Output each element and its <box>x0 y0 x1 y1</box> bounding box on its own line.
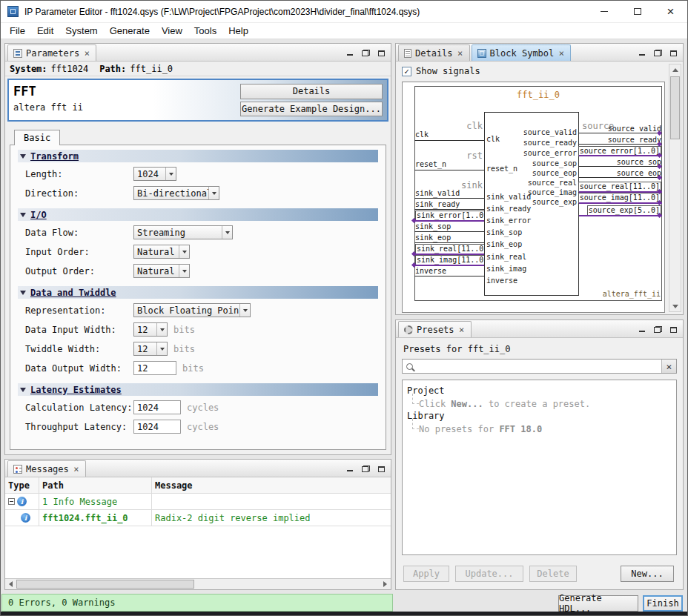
close-window-button[interactable] <box>654 1 687 22</box>
scrollbar-thumb[interactable] <box>16 580 194 589</box>
data-input-width-select[interactable]: 12 <box>133 322 168 337</box>
input-order-select[interactable]: Natural <box>133 245 190 259</box>
clear-search-button[interactable] <box>661 360 676 373</box>
update-button[interactable]: Update... <box>455 566 523 582</box>
tab-block-symbol[interactable]: Block Symbol <box>472 44 572 61</box>
section-header-transform[interactable]: Transform <box>18 150 378 162</box>
close-tab-icon[interactable] <box>458 325 466 335</box>
float-panel-button[interactable] <box>651 324 664 335</box>
taskbar-edge <box>1 612 687 615</box>
vertical-scrollbar[interactable] <box>669 64 681 312</box>
scroll-right-button[interactable] <box>380 579 391 589</box>
scroll-up-button[interactable] <box>669 64 681 75</box>
maximize-panel-button[interactable] <box>374 47 388 59</box>
section-header-latency[interactable]: Latency Estimates <box>18 383 378 396</box>
port-label: source_ready <box>514 139 577 148</box>
new-button[interactable]: New... <box>621 566 674 582</box>
menu-generate[interactable]: Generate <box>104 24 156 38</box>
maximize-panel-button[interactable] <box>666 47 680 59</box>
twiddle-width-select[interactable]: 12 <box>133 342 168 356</box>
parameters-panel: Parameters System: fft1024 Path: fft_ii_… <box>4 43 391 455</box>
direction-select[interactable]: Bi-directional <box>133 186 219 200</box>
data-output-width-input[interactable] <box>133 361 176 375</box>
scrollbar-thumb[interactable] <box>670 76 680 139</box>
close-tab-icon[interactable] <box>83 48 90 59</box>
signal-wire <box>579 144 662 145</box>
float-panel-button[interactable] <box>359 463 372 474</box>
maximize-panel-button[interactable] <box>666 324 680 335</box>
float-icon <box>654 326 662 333</box>
menu-file[interactable]: File <box>4 24 31 38</box>
maximize-panel-button[interactable] <box>374 463 388 474</box>
signal-label: sink_error[1..0] <box>415 211 489 221</box>
menu-help[interactable]: Help <box>222 24 254 38</box>
finish-button[interactable]: Finish <box>643 595 683 612</box>
section-latency: Latency Estimates Calculation Latency: c… <box>18 383 378 434</box>
group-label: 1 Info Message <box>39 494 152 509</box>
minimize-window-button[interactable] <box>587 1 621 22</box>
generate-hdl-button[interactable]: Generate HDL... <box>558 595 638 612</box>
show-signals-label: Show signals <box>416 66 480 76</box>
menu-tools[interactable]: Tools <box>188 24 222 38</box>
output-order-select[interactable]: Natural <box>133 264 190 278</box>
path-label: Path: <box>99 64 126 74</box>
menu-system[interactable]: System <box>59 24 103 38</box>
menu-edit[interactable]: Edit <box>31 24 59 38</box>
column-message[interactable]: Message <box>152 477 391 493</box>
signal-label: source_imag[11..0] <box>578 193 661 203</box>
float-panel-button[interactable] <box>651 47 664 59</box>
port-label: sink_real <box>486 253 526 262</box>
collapse-toggle-icon[interactable] <box>8 498 15 505</box>
message-group-row[interactable]: 1 Info Message <box>5 494 391 510</box>
close-tab-icon[interactable] <box>73 464 80 474</box>
signal-wire <box>414 140 484 141</box>
preset-search-field[interactable] <box>402 359 677 374</box>
generate-example-design-button[interactable]: Generate Example Design... <box>240 102 383 117</box>
signal-wire <box>414 254 484 255</box>
tab-presets[interactable]: Presets <box>398 321 472 337</box>
float-panel-button[interactable] <box>359 47 372 59</box>
calculation-latency-input[interactable] <box>133 400 181 414</box>
column-type[interactable]: Type <box>5 477 39 493</box>
message-row[interactable]: fft1024.fft_ii_0 Radix-2 digit reverse i… <box>5 510 391 526</box>
close-tab-icon[interactable] <box>558 48 565 59</box>
column-path[interactable]: Path <box>39 477 152 493</box>
panel-window-buttons <box>343 463 391 477</box>
throughput-latency-input[interactable] <box>133 420 181 434</box>
form-row: Data Flow: Streaming <box>18 225 378 240</box>
minimize-panel-button[interactable] <box>343 47 357 59</box>
section-header-io[interactable]: I/O <box>18 208 378 221</box>
details-button[interactable]: Details <box>240 84 383 99</box>
minimize-panel-button[interactable] <box>343 463 357 474</box>
scroll-left-button[interactable] <box>5 579 16 589</box>
minimize-panel-button[interactable] <box>635 47 649 59</box>
tree-item-project[interactable]: Project <box>407 385 672 396</box>
signal-wire <box>579 215 662 216</box>
tab-messages[interactable]: Messages <box>7 460 86 477</box>
tab-details[interactable]: Details <box>398 44 470 61</box>
close-tab-icon[interactable] <box>457 48 464 59</box>
minimize-panel-button[interactable] <box>635 324 649 335</box>
data-flow-select[interactable]: Streaming <box>133 225 233 239</box>
section-header-data-twiddle[interactable]: Data and Twiddle <box>18 286 378 299</box>
signal-label: inverse <box>415 267 446 276</box>
port-label: sink_sop <box>486 228 522 237</box>
signal-wire <box>414 170 484 170</box>
tree-item-library[interactable]: Library <box>407 411 672 421</box>
info-icon <box>21 513 30 523</box>
horizontal-scrollbar[interactable] <box>5 578 391 589</box>
delete-button[interactable]: Delete <box>529 566 577 582</box>
length-select[interactable]: 1024 <box>133 167 176 181</box>
show-signals-checkbox[interactable] <box>402 67 411 76</box>
tab-basic[interactable]: Basic <box>14 130 60 145</box>
arrow-right-icon <box>383 581 387 587</box>
length-label: Length: <box>25 169 133 179</box>
apply-button[interactable]: Apply <box>403 566 449 582</box>
section-title: Data and Twiddle <box>30 288 116 298</box>
scroll-down-button[interactable] <box>669 301 681 311</box>
representation-select[interactable]: Block Floating Point <box>133 303 251 317</box>
menu-view[interactable]: View <box>156 24 188 38</box>
maximize-window-button[interactable] <box>621 1 654 22</box>
tab-parameters[interactable]: Parameters <box>7 44 96 61</box>
tree-hint-library: No presets for FFT 18.0 <box>419 424 672 434</box>
